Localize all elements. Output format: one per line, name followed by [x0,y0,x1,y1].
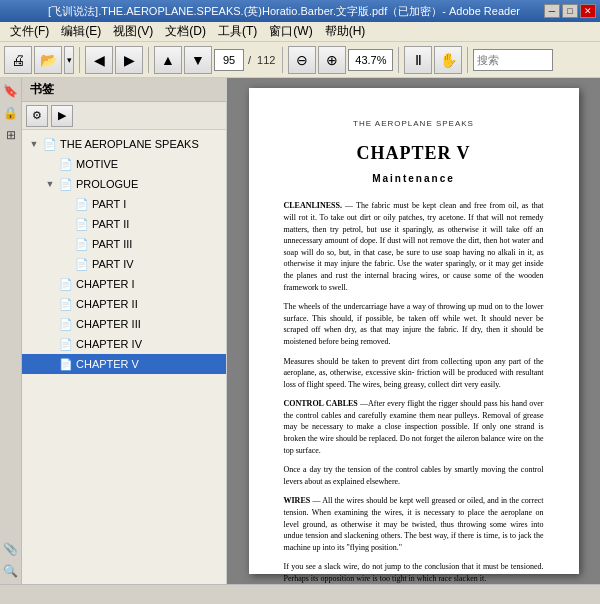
pdf-chapter-title: CHAPTER V [284,141,544,166]
menu-file[interactable]: 文件(F) [4,22,55,41]
zoom-in-button[interactable]: ⊕ [318,46,346,74]
menu-view[interactable]: 视图(V) [107,22,159,41]
ch2-label: CHAPTER II [76,298,138,310]
menu-window[interactable]: 窗口(W) [263,22,318,41]
prev-page-button[interactable]: ▲ [154,46,182,74]
status-bar [0,584,600,604]
zoom-out-button[interactable]: ⊖ [288,46,316,74]
prologue-icon: 📄 [58,176,74,192]
pdf-page-header: THE AEROPLANE SPEAKS [284,118,544,129]
layers-button[interactable]: ⊞ [2,126,20,144]
bookmark-part3[interactable]: 📄 PART III [22,234,226,254]
bookmark-part4[interactable]: 📄 PART IV [22,254,226,274]
expand-ch5-icon [42,356,58,372]
pdf-para-5: Once a day try the tension of the contro… [284,464,544,487]
ch5-label: CHAPTER V [76,358,139,370]
sidebar-header: 书签 [22,78,226,102]
expand-root-icon: ▼ [26,136,42,152]
title-bar: [飞训说法].THE.AEROPLANE.SPEAKS.(英)Horatio.B… [0,0,600,22]
root-label: THE AEROPLANE SPEAKS [60,138,199,150]
part4-icon: 📄 [74,256,90,272]
page-total: 112 [255,54,277,66]
open-dropdown[interactable]: ▾ [64,46,74,74]
search-input[interactable] [473,49,553,71]
para-title-6: WIRES [284,496,311,505]
menu-bar: 文件(F) 编辑(E) 视图(V) 文档(D) 工具(T) 窗口(W) 帮助(H… [0,22,600,42]
motive-icon: 📄 [58,156,74,172]
pdf-para-3: Measures should be taken to prevent dirt… [284,356,544,391]
menu-tools[interactable]: 工具(T) [212,22,263,41]
expand-ch1-icon [42,276,58,292]
part2-label: PART II [92,218,129,230]
bookmark-prologue[interactable]: ▼ 📄 PROLOGUE [22,174,226,194]
menu-document[interactable]: 文档(D) [159,22,212,41]
para-text-3: Measures should be taken to prevent dirt… [284,357,544,389]
ch5-icon: 📄 [58,356,74,372]
sidebar-gear-button[interactable]: ⚙ [26,105,48,127]
sep2 [148,47,149,73]
pdf-para-4: CONTROL CABLES —After every flight the r… [284,398,544,456]
bookmark-motive[interactable]: 📄 MOTIVE [22,154,226,174]
title-bar-text: [飞训说法].THE.AEROPLANE.SPEAKS.(英)Horatio.B… [24,4,544,19]
pdf-page: THE AEROPLANE SPEAKS CHAPTER V Maintenan… [249,88,579,574]
para-title-4: CONTROL CABLES [284,399,358,408]
hand-tool-button[interactable]: ✋ [434,46,462,74]
prologue-label: PROLOGUE [76,178,138,190]
bookmark-ch3[interactable]: 📄 CHAPTER III [22,314,226,334]
sep1 [79,47,80,73]
pdf-para-2: The wheels of the undercarriage have a w… [284,301,544,347]
title-bar-buttons: ─ □ ✕ [544,4,596,18]
forward-button[interactable]: ▶ [115,46,143,74]
expand-p4-icon [58,256,74,272]
toolbar: 🖨 📂 ▾ ◀ ▶ ▲ ▼ / 112 ⊖ ⊕ Ⅱ ✋ [0,42,600,78]
ch3-label: CHAPTER III [76,318,141,330]
menu-help[interactable]: 帮助(H) [319,22,372,41]
bookmark-part1[interactable]: 📄 PART I [22,194,226,214]
part4-label: PART IV [92,258,134,270]
sidebar-title: 书签 [30,81,54,98]
para-text-1: — The fabric must be kept clean and free… [284,201,544,291]
expand-motive-icon [42,156,58,172]
next-page-button[interactable]: ▼ [184,46,212,74]
part3-icon: 📄 [74,236,90,252]
zoom-input[interactable] [348,49,393,71]
attachment-button[interactable]: 📎 [2,540,20,558]
para-text-2: The wheels of the undercarriage have a w… [284,302,544,346]
root-icon: 📄 [42,136,58,152]
main-area: 🔖 🔒 ⊞ 📎 🔍 书签 ⚙ ▶ ▼ 📄 THE AEROPLANE SPEAK… [0,78,600,584]
back-button[interactable]: ◀ [85,46,113,74]
bookmark-tree: ▼ 📄 THE AEROPLANE SPEAKS 📄 MOTIVE ▼ 📄 PR… [22,130,226,584]
page-input[interactable] [214,49,244,71]
pdf-area[interactable]: THE AEROPLANE SPEAKS CHAPTER V Maintenan… [227,78,600,584]
select-tool-button[interactable]: Ⅱ [404,46,432,74]
bookmark-part2[interactable]: 📄 PART II [22,214,226,234]
sidebar: 书签 ⚙ ▶ ▼ 📄 THE AEROPLANE SPEAKS 📄 MOTIVE… [22,78,227,584]
ch1-icon: 📄 [58,276,74,292]
expand-ch2-icon [42,296,58,312]
expand-prologue-icon: ▼ [42,176,58,192]
bookmark-root[interactable]: ▼ 📄 THE AEROPLANE SPEAKS [22,134,226,154]
bookmark-ch4[interactable]: 📄 CHAPTER IV [22,334,226,354]
status-text [6,589,9,600]
open-button[interactable]: 📂 [34,46,62,74]
open-group: 📂 ▾ [34,46,74,74]
search-panel-button[interactable]: 🔍 [2,562,20,580]
ch1-label: CHAPTER I [76,278,135,290]
close-button[interactable]: ✕ [580,4,596,18]
print-button[interactable]: 🖨 [4,46,32,74]
expand-p2-icon [58,216,74,232]
expand-ch3-icon [42,316,58,332]
bookmark-ch5[interactable]: 📄 CHAPTER V [22,354,226,374]
para-text-5: Once a day try the tension of the contro… [284,465,544,486]
bookmark-panel-button[interactable]: 🔖 [2,82,20,100]
bookmark-ch1[interactable]: 📄 CHAPTER I [22,274,226,294]
bookmark-ch2[interactable]: 📄 CHAPTER II [22,294,226,314]
left-icon-strip: 🔖 🔒 ⊞ 📎 🔍 [0,78,22,584]
sidebar-toolbar: ⚙ ▶ [22,102,226,130]
maximize-button[interactable]: □ [562,4,578,18]
minimize-button[interactable]: ─ [544,4,560,18]
pdf-chapter-subtitle: Maintenance [284,172,544,186]
menu-edit[interactable]: 编辑(E) [55,22,107,41]
page-separator: / [246,54,253,66]
sidebar-expand-button[interactable]: ▶ [51,105,73,127]
